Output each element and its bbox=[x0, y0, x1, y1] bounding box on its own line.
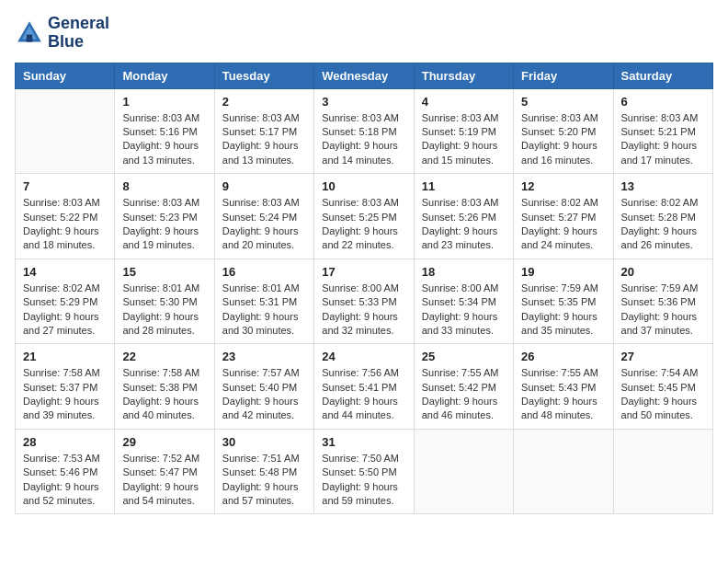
column-header-wednesday: Wednesday bbox=[314, 63, 414, 88]
calendar-cell: 4Sunrise: 8:03 AM Sunset: 5:19 PM Daylig… bbox=[414, 88, 513, 174]
day-number: 3 bbox=[322, 95, 405, 109]
calendar-cell: 31Sunrise: 7:50 AM Sunset: 5:50 PM Dayli… bbox=[314, 429, 414, 514]
calendar-cell bbox=[514, 429, 613, 514]
day-info: Sunrise: 8:02 AM Sunset: 5:27 PM Dayligh… bbox=[521, 196, 605, 253]
logo-icon bbox=[15, 18, 44, 48]
day-info: Sunrise: 7:59 AM Sunset: 5:36 PM Dayligh… bbox=[621, 282, 705, 339]
calendar-cell: 9Sunrise: 8:03 AM Sunset: 5:24 PM Daylig… bbox=[214, 174, 313, 259]
day-number: 23 bbox=[222, 350, 306, 363]
day-info: Sunrise: 7:58 AM Sunset: 5:38 PM Dayligh… bbox=[122, 366, 206, 423]
day-number: 6 bbox=[621, 95, 705, 109]
calendar-cell: 3Sunrise: 8:03 AM Sunset: 5:18 PM Daylig… bbox=[314, 88, 414, 174]
calendar-cell: 17Sunrise: 8:00 AM Sunset: 5:33 PM Dayli… bbox=[314, 259, 414, 344]
day-info: Sunrise: 8:03 AM Sunset: 5:19 PM Dayligh… bbox=[422, 111, 506, 168]
day-number: 7 bbox=[23, 179, 107, 193]
day-number: 31 bbox=[322, 435, 405, 449]
column-header-saturday: Saturday bbox=[613, 63, 712, 88]
calendar-cell: 15Sunrise: 8:01 AM Sunset: 5:30 PM Dayli… bbox=[115, 259, 214, 344]
calendar-cell: 26Sunrise: 7:55 AM Sunset: 5:43 PM Dayli… bbox=[514, 344, 613, 430]
day-number: 28 bbox=[23, 435, 107, 449]
day-info: Sunrise: 8:03 AM Sunset: 5:25 PM Dayligh… bbox=[322, 196, 405, 253]
day-number: 10 bbox=[322, 179, 405, 193]
week-row-3: 14Sunrise: 8:02 AM Sunset: 5:29 PM Dayli… bbox=[16, 259, 713, 344]
day-info: Sunrise: 7:55 AM Sunset: 5:43 PM Dayligh… bbox=[521, 366, 605, 423]
day-info: Sunrise: 8:00 AM Sunset: 5:34 PM Dayligh… bbox=[422, 282, 506, 339]
calendar-cell: 25Sunrise: 7:55 AM Sunset: 5:42 PM Dayli… bbox=[414, 344, 513, 430]
day-number: 12 bbox=[521, 179, 605, 193]
day-number: 30 bbox=[222, 435, 306, 449]
logo: General Blue bbox=[15, 15, 109, 52]
calendar-cell: 16Sunrise: 8:01 AM Sunset: 5:31 PM Dayli… bbox=[214, 259, 313, 344]
svg-rect-2 bbox=[27, 34, 32, 41]
day-number: 5 bbox=[521, 95, 605, 109]
day-number: 17 bbox=[322, 265, 405, 279]
calendar-cell: 7Sunrise: 8:03 AM Sunset: 5:22 PM Daylig… bbox=[16, 174, 115, 259]
day-info: Sunrise: 7:57 AM Sunset: 5:40 PM Dayligh… bbox=[222, 366, 306, 423]
day-number: 16 bbox=[222, 265, 306, 279]
column-header-sunday: Sunday bbox=[16, 63, 115, 88]
column-header-thursday: Thursday bbox=[414, 63, 513, 88]
day-number: 26 bbox=[521, 350, 605, 363]
calendar-table: SundayMondayTuesdayWednesdayThursdayFrid… bbox=[15, 63, 713, 515]
header: General Blue bbox=[15, 15, 713, 52]
calendar-cell: 12Sunrise: 8:02 AM Sunset: 5:27 PM Dayli… bbox=[514, 174, 613, 259]
day-info: Sunrise: 8:02 AM Sunset: 5:29 PM Dayligh… bbox=[23, 282, 107, 339]
day-info: Sunrise: 8:03 AM Sunset: 5:18 PM Dayligh… bbox=[322, 111, 405, 168]
day-number: 14 bbox=[23, 265, 107, 279]
day-info: Sunrise: 7:58 AM Sunset: 5:37 PM Dayligh… bbox=[23, 366, 107, 423]
day-number: 13 bbox=[621, 179, 705, 193]
logo-text: General Blue bbox=[48, 15, 109, 52]
week-row-5: 28Sunrise: 7:53 AM Sunset: 5:46 PM Dayli… bbox=[16, 429, 713, 514]
calendar-cell: 10Sunrise: 8:03 AM Sunset: 5:25 PM Dayli… bbox=[314, 174, 414, 259]
day-info: Sunrise: 7:50 AM Sunset: 5:50 PM Dayligh… bbox=[322, 452, 405, 509]
calendar-cell bbox=[16, 88, 115, 174]
calendar-cell: 21Sunrise: 7:58 AM Sunset: 5:37 PM Dayli… bbox=[16, 344, 115, 430]
day-number: 22 bbox=[122, 350, 206, 363]
day-number: 29 bbox=[122, 435, 206, 449]
day-number: 2 bbox=[222, 95, 306, 109]
day-number: 19 bbox=[521, 265, 605, 279]
day-number: 18 bbox=[422, 265, 506, 279]
calendar-cell: 6Sunrise: 8:03 AM Sunset: 5:21 PM Daylig… bbox=[613, 88, 712, 174]
day-info: Sunrise: 7:51 AM Sunset: 5:48 PM Dayligh… bbox=[222, 452, 306, 509]
day-number: 9 bbox=[222, 179, 306, 193]
day-info: Sunrise: 7:56 AM Sunset: 5:41 PM Dayligh… bbox=[322, 366, 405, 423]
day-number: 27 bbox=[621, 350, 705, 363]
day-info: Sunrise: 8:03 AM Sunset: 5:21 PM Dayligh… bbox=[621, 111, 705, 168]
day-info: Sunrise: 8:03 AM Sunset: 5:22 PM Dayligh… bbox=[23, 196, 107, 253]
day-info: Sunrise: 8:03 AM Sunset: 5:17 PM Dayligh… bbox=[222, 111, 306, 168]
day-info: Sunrise: 8:03 AM Sunset: 5:26 PM Dayligh… bbox=[422, 196, 506, 253]
day-number: 21 bbox=[23, 350, 107, 363]
day-number: 15 bbox=[122, 265, 206, 279]
calendar-cell bbox=[613, 429, 712, 514]
day-info: Sunrise: 8:03 AM Sunset: 5:23 PM Dayligh… bbox=[122, 196, 206, 253]
calendar-cell: 8Sunrise: 8:03 AM Sunset: 5:23 PM Daylig… bbox=[115, 174, 214, 259]
calendar-cell: 13Sunrise: 8:02 AM Sunset: 5:28 PM Dayli… bbox=[613, 174, 712, 259]
day-info: Sunrise: 8:00 AM Sunset: 5:33 PM Dayligh… bbox=[322, 282, 405, 339]
day-number: 8 bbox=[122, 179, 206, 193]
day-info: Sunrise: 7:55 AM Sunset: 5:42 PM Dayligh… bbox=[422, 366, 506, 423]
calendar-cell: 1Sunrise: 8:03 AM Sunset: 5:16 PM Daylig… bbox=[115, 88, 214, 174]
column-header-tuesday: Tuesday bbox=[214, 63, 313, 88]
calendar-cell: 28Sunrise: 7:53 AM Sunset: 5:46 PM Dayli… bbox=[16, 429, 115, 514]
calendar-cell: 18Sunrise: 8:00 AM Sunset: 5:34 PM Dayli… bbox=[414, 259, 513, 344]
calendar-cell: 5Sunrise: 8:03 AM Sunset: 5:20 PM Daylig… bbox=[514, 88, 613, 174]
calendar-cell: 27Sunrise: 7:54 AM Sunset: 5:45 PM Dayli… bbox=[613, 344, 712, 430]
day-number: 24 bbox=[322, 350, 405, 363]
calendar-cell: 24Sunrise: 7:56 AM Sunset: 5:41 PM Dayli… bbox=[314, 344, 414, 430]
week-row-2: 7Sunrise: 8:03 AM Sunset: 5:22 PM Daylig… bbox=[16, 174, 713, 259]
day-number: 1 bbox=[122, 95, 206, 109]
calendar-cell bbox=[414, 429, 513, 514]
calendar-cell: 23Sunrise: 7:57 AM Sunset: 5:40 PM Dayli… bbox=[214, 344, 313, 430]
week-row-1: 1Sunrise: 8:03 AM Sunset: 5:16 PM Daylig… bbox=[16, 88, 713, 174]
column-header-friday: Friday bbox=[514, 63, 613, 88]
day-info: Sunrise: 8:02 AM Sunset: 5:28 PM Dayligh… bbox=[621, 196, 705, 253]
day-number: 25 bbox=[422, 350, 506, 363]
calendar-cell: 14Sunrise: 8:02 AM Sunset: 5:29 PM Dayli… bbox=[16, 259, 115, 344]
day-info: Sunrise: 8:03 AM Sunset: 5:20 PM Dayligh… bbox=[521, 111, 605, 168]
calendar-cell: 19Sunrise: 7:59 AM Sunset: 5:35 PM Dayli… bbox=[514, 259, 613, 344]
day-info: Sunrise: 7:53 AM Sunset: 5:46 PM Dayligh… bbox=[23, 452, 107, 509]
day-info: Sunrise: 7:59 AM Sunset: 5:35 PM Dayligh… bbox=[521, 282, 605, 339]
calendar-header-row: SundayMondayTuesdayWednesdayThursdayFrid… bbox=[16, 63, 713, 88]
calendar-cell: 20Sunrise: 7:59 AM Sunset: 5:36 PM Dayli… bbox=[613, 259, 712, 344]
